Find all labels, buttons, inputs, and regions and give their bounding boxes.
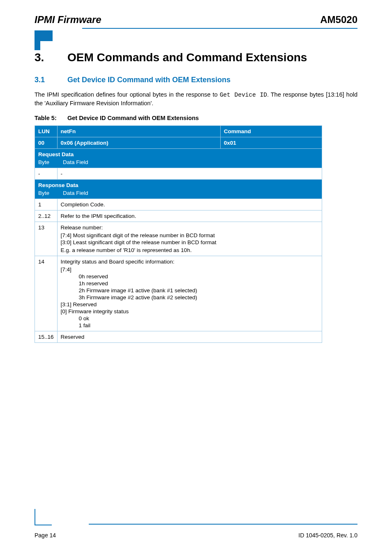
header-right: AM5020 [320,14,357,25]
response-row-14: 14 Integrity status and Board specific i… [35,256,322,331]
footer-page: Page 14 [35,532,56,539]
r13-byte: 13 [35,222,58,256]
r14-l74-1: 0h reserved [61,273,318,280]
request-section-label: Request Data Byte Data Field [35,149,322,168]
footer-docid: ID 1045-0205, Rev. 1.0 [298,532,357,539]
r14-l74-2: 1h reserved [61,280,318,287]
col-df-label-2: Data Field [63,190,88,196]
chapter-number: 3. [35,51,67,64]
r14-bits: [7:4] 0h reserved 1h reserved 2h Firmwar… [61,266,318,328]
table-header-row-2: 00 0x06 (Application) 0x01 [35,137,322,149]
hdr-cmd-val: 0x01 [220,137,322,149]
r1-df: Completion Code. [57,199,322,210]
r14-l74: [7:4] [61,266,318,273]
hdr-netfn-val: 0x06 (Application) [57,137,220,149]
table-caption-label: Table 5: [35,115,67,121]
response-label-text: Response Data [38,182,78,188]
table-header-row-1: LUN netFn Command [35,126,322,137]
response-section-row: Response Data Byte Data Field [35,180,322,199]
r13-l1: [7:4] Most significant digit of the rele… [61,232,318,238]
r14-l31: [3:1] Reserved [61,301,318,308]
r14-l74-4: 3h Firmware image #2 active (bank #2 sel… [61,294,318,301]
r15_16-byte: 15..16 [35,331,58,343]
response-section-label: Response Data Byte Data Field [35,180,322,199]
r13-df: Release number: [7:4] Most significant d… [57,222,322,256]
r14-l0-1: 0 ok [61,315,318,321]
chapter-heading: 3. OEM Commands and Command Extensions [35,51,357,64]
r13-l2: [3:0] Least significant digit of the rel… [61,239,318,245]
r13-note: E.g. a release number of 'R10' is repres… [61,247,318,253]
r14-l74-3: 2h Firmware image #1 active (bank #1 sel… [61,287,318,294]
table-caption: Table 5: Get Device ID Command with OEM … [35,115,357,121]
corner-square [35,30,53,41]
r2_12-df: Refer to the IPMI specification. [57,210,322,222]
r14-df: Integrity status and Board specific info… [57,256,322,331]
request-row-0: - - [35,168,322,180]
req0-byte: - [35,168,58,180]
section-paragraph: The IPMI specification defines four opti… [35,91,357,107]
response-row-2-12: 2..12 Refer to the IPMI specification. [35,210,322,222]
col-df-label: Data Field [63,159,88,165]
hdr-lun-val: 00 [35,137,58,149]
r2_12-byte: 2..12 [35,210,58,222]
r13-title: Release number: [61,224,318,231]
table-caption-text: Get Device ID Command with OEM Extension… [67,115,199,121]
para-mono: Get Device ID [220,92,267,98]
hdr-lun-label: LUN [38,128,50,134]
r14-l0: [0] Firmware integrity status [61,308,318,314]
command-table: LUN netFn Command 00 0x06 (Application) … [35,125,322,343]
para-pre: The IPMI specification defines four opti… [35,91,220,98]
page: IPMI Firmware AM5020 3. OEM Commands and… [0,0,392,555]
r14-title: Integrity status and Board specific info… [61,259,318,265]
r14-byte: 14 [35,256,58,331]
r15_16-df: Reserved [57,331,322,343]
r14-l0-2: 1 fail [61,322,318,328]
request-section-row: Request Data Byte Data Field [35,149,322,168]
footer-rule-wrap [35,524,357,525]
col-byte-label-2: Byte [38,190,63,196]
col-byte-label: Byte [38,159,63,165]
corner-ornament [35,30,357,50]
corner-bar [35,41,40,50]
top-rule [82,28,357,29]
footer-rule [89,524,357,525]
page-footer: Page 14 ID 1045-0205, Rev. 1.0 [35,532,357,539]
hdr-cmd-label: Command [220,126,322,137]
req0-df: - [57,168,322,180]
footer-vbar [35,509,35,525]
top-rule-wrap [35,28,357,29]
hdr-netfn-label: netFn [57,126,220,137]
r13-bits: [7:4] Most significant digit of the rele… [61,232,318,245]
response-row-13: 13 Release number: [7:4] Most significan… [35,222,322,256]
header-left: IPMI Firmware [35,14,101,25]
hdr-lun: LUN [35,126,58,137]
response-row-15-16: 15..16 Reserved [35,331,322,343]
footer-hbar [35,525,52,525]
section-heading: 3.1 Get Device ID Command with OEM Exten… [35,76,357,84]
r1-byte: 1 [35,199,58,210]
section-number: 3.1 [35,76,67,84]
page-header: IPMI Firmware AM5020 [35,14,357,25]
request-label-text: Request Data [38,151,74,157]
section-title: Get Device ID Command with OEM Extension… [67,76,231,84]
response-row-1: 1 Completion Code. [35,199,322,210]
chapter-title: OEM Commands and Command Extensions [67,51,307,64]
